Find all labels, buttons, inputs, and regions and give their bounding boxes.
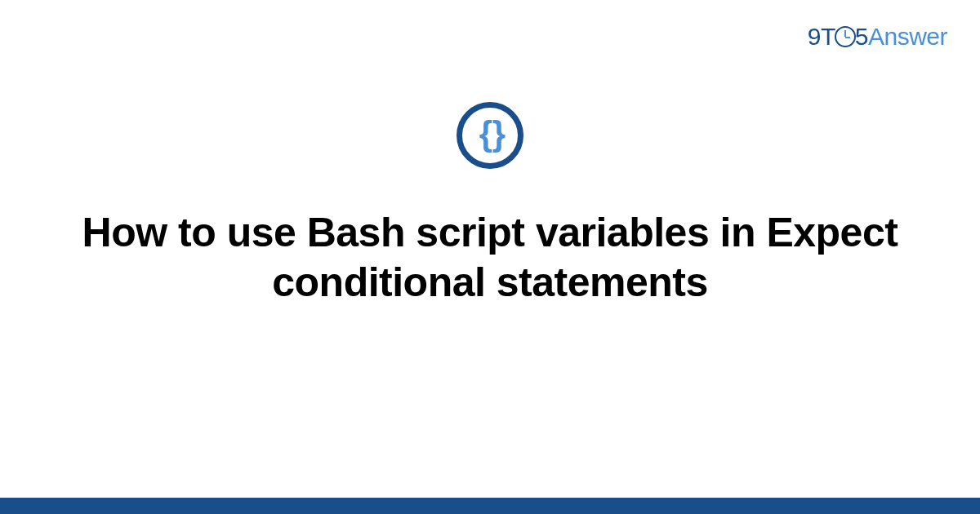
code-braces-icon: { } xyxy=(479,117,501,154)
logo-text-5: 5 xyxy=(855,23,868,50)
main-content: { } How to use Bash script variables in … xyxy=(0,102,980,308)
logo-text-9t: 9T xyxy=(808,23,835,50)
site-logo: 9T5Answer xyxy=(808,23,947,51)
logo-text-answer: Answer xyxy=(868,23,947,50)
footer-accent-bar xyxy=(0,498,980,514)
clock-icon xyxy=(835,26,856,47)
category-icon-circle: { } xyxy=(457,102,523,169)
page-title: How to use Bash script variables in Expe… xyxy=(82,208,898,308)
